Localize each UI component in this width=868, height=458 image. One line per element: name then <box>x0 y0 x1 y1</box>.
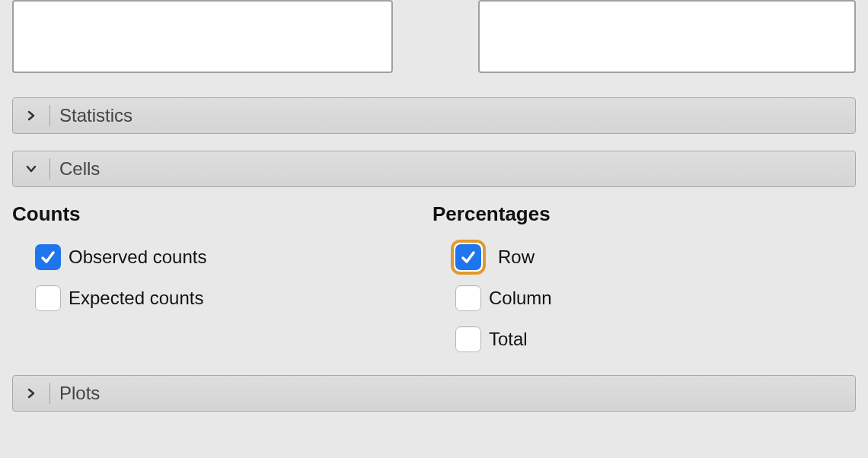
accordion-plots-label: Plots <box>59 383 100 404</box>
row-percentage-checkbox-focused[interactable] <box>455 244 481 270</box>
expected-counts-checkbox[interactable] <box>35 285 61 311</box>
row-percentage-row: Row <box>455 244 856 270</box>
chevron-down-icon <box>13 164 49 174</box>
total-percentage-row: Total <box>455 326 856 352</box>
counts-heading: Counts <box>12 202 432 226</box>
variables-list-right[interactable] <box>478 0 856 73</box>
observed-counts-checkbox[interactable] <box>35 244 61 270</box>
expected-counts-label: Expected counts <box>69 288 203 309</box>
column-percentage-label: Column <box>489 288 552 309</box>
accordion-divider <box>49 105 50 126</box>
accordion-cells-label: Cells <box>59 158 100 180</box>
column-percentage-row: Column <box>455 285 856 311</box>
chevron-right-icon <box>13 388 49 399</box>
row-percentage-label: Row <box>498 246 535 268</box>
variables-list-left[interactable] <box>12 0 393 73</box>
percentages-column: Percentages Row Column Total <box>432 202 856 367</box>
counts-column: Counts Observed counts Expected counts <box>12 202 432 367</box>
focus-ring <box>451 240 486 275</box>
accordion-statistics-label: Statistics <box>59 105 132 126</box>
observed-counts-label: Observed counts <box>69 246 206 268</box>
accordion-cells[interactable]: Cells <box>12 151 856 187</box>
accordion-divider <box>49 158 50 180</box>
accordion-plots[interactable]: Plots <box>12 375 856 412</box>
total-percentage-label: Total <box>489 329 528 350</box>
total-percentage-checkbox[interactable] <box>455 326 481 352</box>
observed-counts-row: Observed counts <box>35 244 432 270</box>
chevron-right-icon <box>13 110 49 121</box>
column-percentage-checkbox[interactable] <box>455 285 481 311</box>
accordion-statistics[interactable]: Statistics <box>12 97 856 134</box>
cells-content: Counts Observed counts Expected counts P… <box>0 187 868 367</box>
top-panel-row <box>0 0 868 73</box>
percentages-heading: Percentages <box>432 202 856 226</box>
accordion-divider <box>49 383 50 404</box>
expected-counts-row: Expected counts <box>35 285 432 311</box>
